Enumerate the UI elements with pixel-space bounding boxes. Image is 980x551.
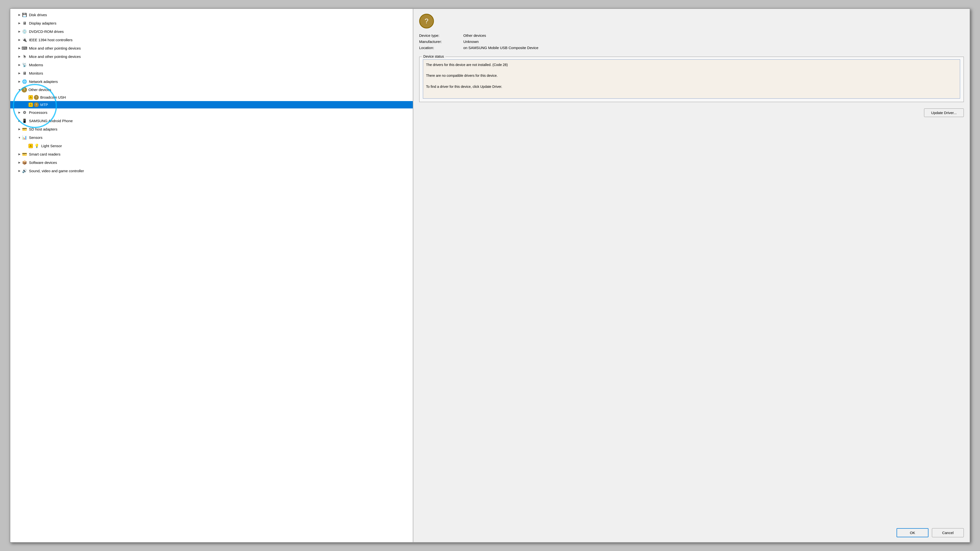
tree-item-light-sensor[interactable]: ⚠ 💡 Light Sensor [10, 142, 413, 150]
sensors-icon: 📊 [22, 135, 27, 141]
device-header: ? [419, 14, 964, 29]
smart-card-icon: 💳 [22, 151, 27, 157]
tree-label: SAMSUNG Android Phone [29, 119, 411, 123]
samsung-icon: 📱 [22, 118, 27, 124]
chevron-icon: ▶ [17, 161, 22, 164]
device-status-group: Device status [419, 57, 964, 102]
tree-item-sensors[interactable]: ▼ 📊 Sensors [10, 133, 413, 142]
tree-label: Processors [29, 110, 411, 114]
device-type-row: Device type: Other devices [419, 33, 964, 38]
tree-label: Sound, video and game controller [29, 169, 411, 173]
device-type-value: Other devices [463, 33, 486, 38]
tree-label: Network adapters [29, 79, 411, 84]
status-textbox[interactable] [423, 59, 960, 98]
manufacturer-value: Unknown [463, 40, 479, 44]
mtp-icon: ? [34, 102, 39, 107]
tree-item-mtp[interactable]: ⚠ ? MTP [10, 101, 413, 108]
dvd-icon: 💿 [22, 29, 27, 35]
chevron-icon: ▼ [17, 136, 22, 139]
tree-item-disk-drives[interactable]: ▶ 💾 Disk drives [10, 11, 413, 19]
ok-button[interactable]: OK [897, 528, 929, 537]
cancel-button[interactable]: Cancel [932, 528, 964, 537]
tree-item-ieee1394[interactable]: ▶ 🔌 IEEE 1394 host controllers [10, 36, 413, 44]
tree-item-mice[interactable]: ▶ 🖱 Mice and other pointing devices [10, 52, 413, 61]
manufacturer-row: Manufacturer: Unknown [419, 40, 964, 44]
chevron-icon: ▶ [17, 169, 22, 173]
tree-item-sound[interactable]: ▶ 🔊 Sound, video and game controller [10, 167, 413, 175]
device-type-label: Device type: [419, 33, 463, 38]
tree-label: Modems [29, 63, 411, 67]
tree-item-samsung[interactable]: ▶ 📱 SAMSUNG Android Phone [10, 117, 413, 125]
chevron-icon: ▶ [17, 80, 22, 83]
tree-label: Mice and other pointing devices [29, 46, 411, 50]
tree-label: IEEE 1394 host controllers [29, 38, 411, 42]
tree-item-network[interactable]: ▶ 🌐 Network adapters [10, 78, 413, 86]
tree-item-smart-card[interactable]: ▶ 💳 Smart card readers [10, 150, 413, 159]
bottom-buttons: OK Cancel [419, 528, 964, 537]
disk-drives-icon: 💾 [22, 12, 27, 18]
network-icon: 🌐 [22, 79, 27, 85]
sd-icon: 💳 [22, 126, 27, 132]
tree-item-monitors[interactable]: ▶ 🖥 Monitors [10, 69, 413, 78]
chevron-icon: ▶ [17, 47, 22, 50]
chevron-icon: ▶ [17, 63, 22, 67]
tree-label: Monitors [29, 71, 411, 75]
chevron-icon: ▶ [17, 152, 22, 156]
ieee1394-icon: 🔌 [22, 37, 27, 43]
tree-label: Smart card readers [29, 152, 411, 156]
tree-item-modems[interactable]: ▶ 📡 Modems [10, 61, 413, 69]
warning-icon: ⚠ [29, 95, 33, 100]
chevron-icon: ▶ [17, 30, 22, 33]
monitor-icon: 🖥 [22, 70, 27, 76]
tree-label: Light Sensor [41, 144, 411, 148]
chevron-icon: ▶ [17, 22, 22, 25]
device-big-icon: ? [419, 14, 434, 29]
chevron-icon: ▶ [17, 55, 22, 58]
tree-item-broadcom[interactable]: ⚠ ? Broadcom USH [10, 94, 413, 101]
warning-icon: ⚠ [29, 144, 33, 148]
light-sensor-icon: 💡 [34, 143, 40, 149]
update-driver-row: Update Driver... [419, 108, 964, 117]
tree-item-other-devices[interactable]: ▼ ? Other devices [10, 86, 413, 94]
tree-item-processors[interactable]: ▶ ⚙ Processors [10, 108, 413, 117]
location-row: Location: on SAMSUNG Mobile USB Composit… [419, 46, 964, 50]
tree-label: MTP [40, 103, 411, 107]
location-value: on SAMSUNG Mobile USB Composite Device [463, 46, 538, 50]
tree-label: DVD/CD-ROM drives [29, 29, 411, 33]
tree-label: Mice and other pointing devices [29, 54, 411, 59]
chevron-icon: ▶ [17, 119, 22, 122]
display-adapters-icon: 🖥 [22, 21, 27, 26]
status-group-legend: Device status [422, 54, 445, 59]
manufacturer-label: Manufacturer: [419, 40, 463, 44]
broadcom-icon: ? [34, 95, 39, 100]
tree-label: SD host adapters [29, 127, 411, 131]
tree-label: Software devices [29, 160, 411, 165]
processor-icon: ⚙ [22, 110, 27, 116]
other-devices-icon: ? [22, 87, 27, 92]
chevron-icon: ▶ [17, 71, 22, 75]
warning-icon: ⚠ [29, 103, 33, 107]
tree-item-sd-host[interactable]: ▶ 💳 SD host adapters [10, 125, 413, 133]
mouse-icon: 🖱 [22, 54, 27, 60]
tree-item-display-adapters[interactable]: ▶ 🖥 Display adapters [10, 19, 413, 27]
properties-table: Device type: Other devices Manufacturer:… [419, 33, 964, 52]
software-devices-icon: 📦 [22, 160, 27, 165]
chevron-icon: ▼ [17, 88, 22, 91]
properties-panel: ? Device type: Other devices Manufacture… [413, 9, 970, 542]
chevron-icon: ▶ [17, 127, 22, 131]
chevron-icon: ▶ [17, 111, 22, 114]
device-tree[interactable]: ▶ 💾 Disk drives ▶ 🖥 Display adapters ▶ 💿… [10, 9, 413, 542]
tree-label: Display adapters [29, 21, 411, 25]
update-driver-button[interactable]: Update Driver... [924, 108, 964, 117]
chevron-icon: ▶ [17, 38, 22, 41]
keyboard-icon: ⌨ [22, 45, 27, 51]
chevron-icon: ▶ [17, 13, 22, 16]
sound-icon: 🔊 [22, 168, 27, 174]
modem-icon: 📡 [22, 62, 27, 68]
tree-label: Sensors [29, 135, 411, 140]
tree-item-software-devices[interactable]: ▶ 📦 Software devices [10, 159, 413, 167]
tree-item-dvd[interactable]: ▶ 💿 DVD/CD-ROM drives [10, 27, 413, 36]
tree-label: Other devices [29, 87, 411, 92]
tree-item-keyboards[interactable]: ▶ ⌨ Mice and other pointing devices [10, 44, 413, 52]
tree-label: Disk drives [29, 13, 411, 17]
